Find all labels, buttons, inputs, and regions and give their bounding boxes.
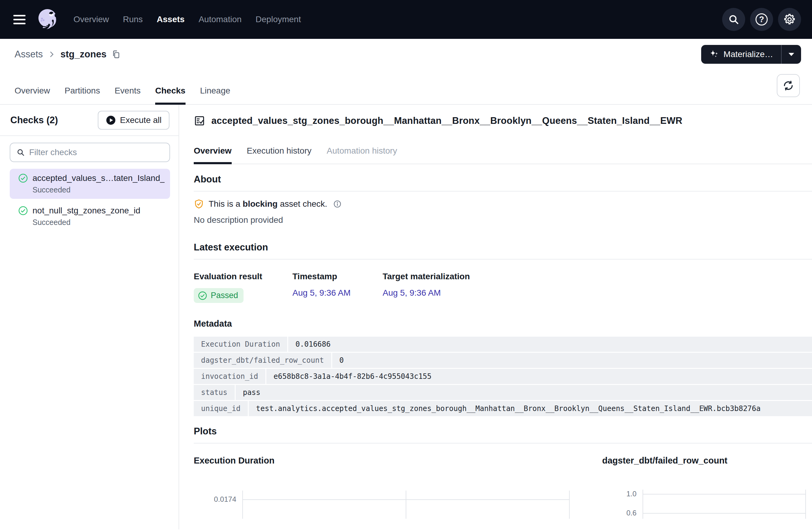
tab-overview[interactable]: Overview bbox=[15, 86, 50, 104]
nav-item-assets[interactable]: Assets bbox=[157, 15, 185, 24]
plots-heading: Plots bbox=[194, 426, 812, 437]
nav-item-runs[interactable]: Runs bbox=[123, 15, 143, 24]
table-row: unique_idtest.analytics.accepted_values_… bbox=[194, 401, 812, 416]
play-icon bbox=[106, 115, 116, 126]
refresh-button[interactable] bbox=[777, 74, 800, 97]
check-circle-icon bbox=[198, 291, 207, 300]
table-row: dagster_dbt/failed_row_count0 bbox=[194, 353, 812, 368]
divider bbox=[194, 259, 812, 260]
nav-item-automation[interactable]: Automation bbox=[199, 15, 242, 24]
search-icon bbox=[728, 14, 739, 25]
tab-check-overview[interactable]: Overview bbox=[194, 146, 232, 164]
filter-checks-input[interactable] bbox=[29, 148, 163, 157]
column-header-target-materialization: Target materialization bbox=[382, 272, 470, 281]
divider bbox=[194, 191, 812, 192]
chart-title-failed-row-count: dagster_dbt/failed_row_count bbox=[602, 456, 728, 466]
search-button[interactable] bbox=[722, 8, 745, 31]
help-button[interactable]: ? bbox=[750, 8, 773, 31]
top-nav: Overview Runs Assets Automation Deployme… bbox=[0, 0, 812, 39]
caret-down-icon bbox=[788, 52, 795, 57]
materialize-dropdown-button[interactable] bbox=[782, 45, 801, 64]
breadcrumb-chevron-icon bbox=[48, 50, 56, 58]
check-detail-panel: accepted_values_stg_zones_borough__Manha… bbox=[179, 105, 812, 529]
gridline bbox=[406, 490, 406, 519]
plots-area: Execution Duration 0.0174 dagster_dbt/fa… bbox=[194, 443, 812, 519]
metadata-table: Execution Duration0.016686 dagster_dbt/f… bbox=[194, 337, 812, 416]
table-row: Execution Duration0.016686 bbox=[194, 337, 812, 352]
chart-title-execution-duration: Execution Duration bbox=[194, 456, 275, 466]
hamburger-menu-icon[interactable] bbox=[13, 13, 27, 26]
about-heading: About bbox=[194, 174, 812, 185]
check-circle-icon bbox=[18, 173, 28, 183]
check-name: accepted_values_s…taten_Island_ bbox=[32, 173, 164, 183]
sparkle-icon bbox=[709, 49, 720, 59]
gear-icon bbox=[783, 13, 796, 26]
gridline bbox=[805, 490, 806, 519]
nav-item-overview[interactable]: Overview bbox=[73, 15, 109, 24]
shield-check-icon bbox=[194, 199, 204, 209]
check-status: Succeeded bbox=[32, 186, 164, 194]
help-icon: ? bbox=[755, 13, 768, 26]
y-tick-label: 0.0174 bbox=[205, 495, 236, 504]
materialize-button[interactable]: Materialize… bbox=[701, 45, 781, 64]
breadcrumb-asset-name: stg_zones bbox=[60, 49, 106, 60]
info-icon[interactable] bbox=[333, 200, 342, 208]
checks-panel-title: Checks (2) bbox=[10, 115, 58, 126]
refresh-icon bbox=[783, 80, 794, 91]
gridline bbox=[642, 494, 805, 495]
filter-checks-field bbox=[10, 143, 170, 162]
execute-all-button[interactable]: Execute all bbox=[98, 111, 170, 130]
y-tick-label: 1.0 bbox=[613, 490, 637, 498]
target-materialization-link[interactable]: Aug 5, 9:36 AM bbox=[382, 288, 440, 297]
breadcrumb-assets-link[interactable]: Assets bbox=[15, 49, 43, 60]
search-icon bbox=[16, 148, 25, 157]
check-name: not_null_stg_zones_zone_id bbox=[32, 206, 140, 216]
settings-button[interactable] bbox=[778, 8, 801, 31]
materialize-label: Materialize… bbox=[724, 49, 773, 59]
column-header-evaluation-result: Evaluation result bbox=[194, 272, 292, 281]
column-header-timestamp: Timestamp bbox=[292, 272, 382, 281]
asset-check-icon bbox=[194, 115, 205, 127]
checks-panel: Checks (2) Execute all accepted_values_s… bbox=[0, 105, 179, 529]
check-status: Succeeded bbox=[32, 218, 164, 227]
tab-checks[interactable]: Checks bbox=[155, 86, 186, 104]
materialize-button-group: Materialize… bbox=[701, 45, 801, 64]
check-detail-title: accepted_values_stg_zones_borough__Manha… bbox=[211, 115, 682, 126]
latest-execution-heading: Latest execution bbox=[194, 242, 812, 253]
table-row: invocation_ide658b8c8-3a1a-4b4f-82b6-4c9… bbox=[194, 369, 812, 384]
check-list-item-not-null[interactable]: not_null_stg_zones_zone_id Succeeded bbox=[10, 201, 170, 231]
y-axis-line bbox=[242, 490, 243, 519]
check-detail-tabs: Overview Execution history Automation hi… bbox=[194, 146, 812, 164]
check-circle-icon bbox=[18, 206, 28, 216]
tab-lineage[interactable]: Lineage bbox=[200, 86, 231, 104]
tab-automation-history[interactable]: Automation history bbox=[327, 146, 397, 164]
passed-badge: Passed bbox=[194, 288, 244, 303]
blocking-text: This is a blocking asset check. bbox=[208, 199, 327, 209]
tab-events[interactable]: Events bbox=[115, 86, 141, 104]
latest-execution-table: Evaluation result Passed Timestamp Aug 5… bbox=[194, 272, 812, 303]
check-list-item-accepted-values[interactable]: accepted_values_s…taten_Island_ Succeede… bbox=[10, 169, 170, 199]
tab-partitions[interactable]: Partitions bbox=[65, 86, 100, 104]
table-row: statuspass bbox=[194, 385, 812, 400]
main-nav: Overview Runs Assets Automation Deployme… bbox=[73, 15, 301, 24]
asset-tabs-row: Overview Partitions Events Checks Lineag… bbox=[0, 70, 812, 105]
gridline bbox=[642, 513, 805, 514]
gridline bbox=[569, 490, 570, 519]
timestamp-link[interactable]: Aug 5, 9:36 AM bbox=[292, 288, 350, 297]
y-tick-label: 0.6 bbox=[613, 509, 637, 517]
breadcrumb-row: Assets stg_zones Materialize… bbox=[0, 39, 812, 70]
nav-item-deployment[interactable]: Deployment bbox=[256, 15, 301, 24]
tab-execution-history[interactable]: Execution history bbox=[247, 146, 311, 164]
no-description-text: No description provided bbox=[194, 215, 812, 225]
copy-icon[interactable] bbox=[112, 50, 120, 59]
dagster-logo-icon[interactable] bbox=[34, 6, 61, 32]
metadata-heading: Metadata bbox=[194, 319, 812, 329]
